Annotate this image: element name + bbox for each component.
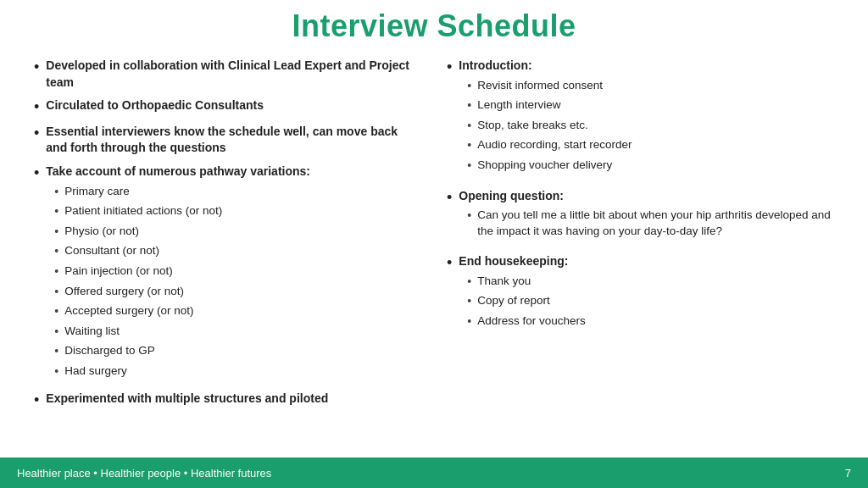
list-item: •End housekeeping:•Thank you•Copy of rep…	[447, 253, 834, 333]
sub-list-item: •Primary care	[54, 184, 421, 201]
footer: Healthier place • Healthier people • Hea…	[0, 458, 868, 488]
sub-item-label: Offered surgery (or not)	[64, 284, 184, 300]
sub-bullet-icon: •	[54, 263, 58, 280]
sub-item-label: Revisit informed consent	[477, 78, 603, 94]
sub-list-item: •Stop, take breaks etc.	[467, 118, 834, 135]
main-content: Interview Schedule •Developed in collabo…	[0, 0, 868, 458]
sub-bullet-icon: •	[467, 158, 471, 175]
list-item: •Take account of numerous pathway variat…	[34, 164, 421, 384]
sub-item-label: Primary care	[64, 184, 130, 200]
sub-list-item: •Can you tell me a little bit about when…	[467, 208, 834, 240]
sub-bullet-icon: •	[467, 274, 471, 291]
sub-item-label: Pain injection (or not)	[64, 263, 173, 280]
right-bullet-list: •Introduction:•Revisit informed consent•…	[447, 58, 834, 333]
sub-bullet-icon: •	[54, 303, 58, 320]
left-column: •Developed in collaboration with Clinica…	[34, 58, 421, 449]
sub-bullet-icon: •	[467, 137, 471, 154]
sub-bullet-icon: •	[54, 203, 58, 220]
sub-item-label: Discharged to GP	[64, 343, 155, 359]
sub-item-label: Stop, take breaks etc.	[477, 118, 588, 134]
left-bullet-list: •Developed in collaboration with Clinica…	[34, 58, 421, 409]
sub-bullet-icon: •	[54, 184, 58, 201]
footer-page-number: 7	[845, 467, 851, 480]
sub-bullet-icon: •	[54, 363, 58, 380]
columns: •Developed in collaboration with Clinica…	[34, 58, 834, 449]
sub-bullet-icon: •	[467, 313, 471, 330]
item-label: End housekeeping:	[459, 254, 568, 268]
sub-list-item: •Discharged to GP	[54, 343, 421, 360]
sub-list-item: •Pain injection (or not)	[54, 263, 421, 280]
sub-list-item: •Accepted surgery (or not)	[54, 303, 421, 320]
sub-list-item: •Audio recording, start recorder	[467, 137, 834, 154]
sub-item-label: Waiting list	[64, 324, 120, 340]
sub-bullet-icon: •	[54, 224, 58, 241]
sub-bullet-icon: •	[467, 118, 471, 135]
sub-list-item: •Patient initiated actions (or not)	[54, 203, 421, 220]
sub-list-item: •Length interview	[467, 97, 834, 114]
list-item: •Opening question:•Can you tell me a lit…	[447, 188, 834, 243]
bullet-icon: •	[447, 189, 452, 208]
bullet-icon: •	[447, 58, 452, 77]
sub-list-item: •Copy of report	[467, 293, 834, 310]
sub-bullet-icon: •	[54, 324, 58, 341]
slide-title: Interview Schedule	[34, 8, 834, 44]
right-column: •Introduction:•Revisit informed consent•…	[447, 58, 834, 449]
item-label: Opening question:	[459, 189, 564, 202]
slide: Interview Schedule •Developed in collabo…	[0, 0, 868, 488]
sub-list-item: •Had surgery	[54, 363, 421, 380]
sub-item-label: Address for vouchers	[477, 313, 586, 330]
item-label: Developed in collaboration with Clinical…	[46, 58, 409, 89]
sub-bullet-icon: •	[54, 284, 58, 301]
sub-list-item: •Offered surgery (or not)	[54, 284, 421, 301]
sub-item-label: Accepted surgery (or not)	[64, 303, 193, 319]
sub-list-item: •Waiting list	[54, 324, 421, 341]
sub-bullet-icon: •	[467, 293, 471, 310]
bullet-icon: •	[34, 164, 39, 183]
sub-item-label: Thank you	[477, 274, 531, 290]
item-label: Introduction:	[459, 58, 531, 72]
sub-item-label: Consultant (or not)	[64, 243, 159, 259]
sub-item-label: Physio (or not)	[64, 224, 139, 240]
list-item: •Introduction:•Revisit informed consent•…	[447, 58, 834, 178]
sub-list-item: •Thank you	[467, 274, 834, 291]
sub-item-label: Audio recording, start recorder	[477, 137, 632, 153]
sub-bullet-icon: •	[54, 243, 58, 260]
sub-item-label: Copy of report	[477, 293, 550, 309]
list-item: •Essential interviewers know the schedul…	[34, 124, 421, 157]
item-label: Take account of numerous pathway variati…	[46, 164, 310, 178]
list-item: •Developed in collaboration with Clinica…	[34, 58, 421, 91]
sub-list-item: •Physio (or not)	[54, 224, 421, 241]
bullet-icon: •	[34, 125, 39, 143]
sub-item-label: Length interview	[477, 97, 560, 114]
bullet-icon: •	[447, 254, 452, 273]
list-item: •Circulated to Orthopaedic Consultants	[34, 97, 421, 117]
sub-item-label: Can you tell me a little bit about when …	[477, 208, 834, 240]
item-label: Essential interviewers know the schedule…	[46, 125, 398, 155]
sub-bullet-icon: •	[467, 78, 471, 95]
sub-list-item: •Shopping voucher delivery	[467, 158, 834, 175]
bullet-icon: •	[34, 391, 39, 410]
sub-bullet-icon: •	[467, 208, 471, 225]
sub-item-label: Had surgery	[64, 363, 127, 380]
sub-list-item: •Revisit informed consent	[467, 78, 834, 95]
sub-item-label: Shopping voucher delivery	[477, 158, 612, 174]
bullet-icon: •	[34, 98, 39, 117]
sub-item-label: Patient initiated actions (or not)	[64, 203, 222, 219]
sub-list-item: •Consultant (or not)	[54, 243, 421, 260]
item-label: Circulated to Orthopaedic Consultants	[46, 98, 264, 112]
bullet-icon: •	[34, 58, 39, 77]
sub-bullet-icon: •	[467, 97, 471, 114]
sub-bullet-icon: •	[54, 343, 58, 360]
list-item: •Experimented with multiple structures a…	[34, 391, 421, 410]
footer-text: Healthier place • Healthier people • Hea…	[17, 467, 271, 480]
item-label: Experimented with multiple structures an…	[46, 391, 328, 405]
sub-list-item: •Address for vouchers	[467, 313, 834, 330]
